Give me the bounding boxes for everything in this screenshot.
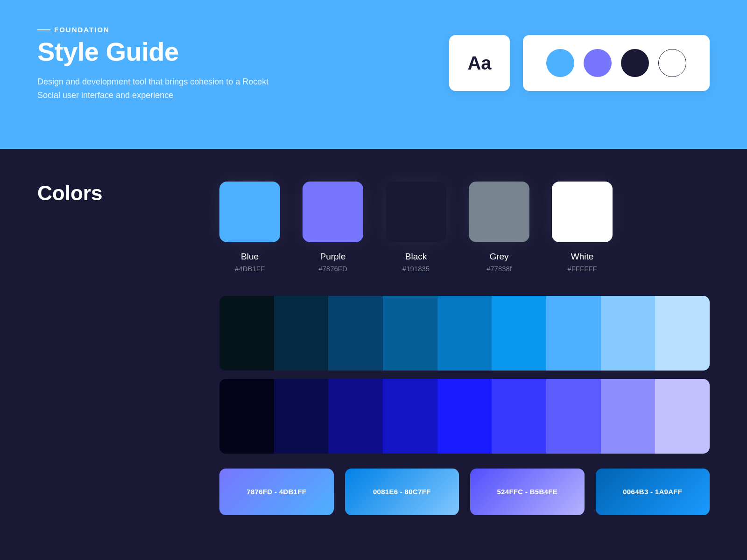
overline: FOUNDATION bbox=[37, 26, 271, 34]
overline-dash-icon bbox=[37, 29, 50, 30]
palette-dot bbox=[546, 49, 574, 77]
palette-dot bbox=[621, 49, 649, 77]
color-swatches: Blue#4DB1FFPurple#7876FDBlack#191835Grey… bbox=[219, 182, 710, 273]
color-ramp bbox=[219, 379, 710, 454]
swatch: White#FFFFFF bbox=[552, 182, 613, 273]
ramp-step bbox=[655, 379, 710, 454]
header-text: FOUNDATION Style Guide Design and develo… bbox=[37, 26, 271, 102]
header-cards: Aa bbox=[449, 35, 710, 91]
gradient-swatch: 0064B3 - 1A9AFF bbox=[596, 469, 710, 515]
overline-label: FOUNDATION bbox=[54, 26, 110, 34]
gradient-swatch: 0081E6 - 80C7FF bbox=[345, 469, 459, 515]
palette-dot bbox=[658, 49, 686, 77]
page-subtitle: Design and development tool that brings … bbox=[37, 75, 271, 102]
ramp-step bbox=[546, 379, 601, 454]
ramp-step bbox=[328, 379, 383, 454]
ramp-step bbox=[383, 296, 437, 371]
ramp-step bbox=[437, 296, 492, 371]
ramp-step bbox=[601, 296, 655, 371]
gradient-swatch: 7876FD - 4DB1FF bbox=[219, 469, 334, 515]
swatch-name: Black bbox=[386, 252, 446, 262]
ramp-step bbox=[437, 379, 492, 454]
swatch-hex: #7876FD bbox=[303, 265, 363, 273]
gradient-label: 0064B3 - 1A9AFF bbox=[623, 488, 682, 496]
swatch-name: Grey bbox=[469, 252, 529, 262]
swatch-name: Purple bbox=[303, 252, 363, 262]
gradient-swatch: 524FFC - B5B4FE bbox=[470, 469, 585, 515]
swatch-hex: #FFFFFF bbox=[552, 265, 613, 273]
colors-body: Blue#4DB1FFPurple#7876FDBlack#191835Grey… bbox=[219, 182, 710, 515]
swatch-hex: #77838f bbox=[469, 265, 529, 273]
swatch-name: Blue bbox=[219, 252, 280, 262]
color-gradients: 7876FD - 4DB1FF0081E6 - 80C7FF524FFC - B… bbox=[219, 469, 710, 515]
ramp-step bbox=[219, 379, 274, 454]
ramp-step bbox=[492, 379, 546, 454]
ramp-step bbox=[601, 379, 655, 454]
swatch: Blue#4DB1FF bbox=[219, 182, 280, 273]
ramp-step bbox=[219, 296, 274, 371]
section-title-colors: Colors bbox=[37, 182, 201, 515]
colors-section: Colors Blue#4DB1FFPurple#7876FDBlack#191… bbox=[0, 149, 747, 515]
swatch: Purple#7876FD bbox=[303, 182, 363, 273]
swatch-chip bbox=[303, 182, 363, 242]
color-ramps bbox=[219, 296, 710, 454]
ramp-step bbox=[492, 296, 546, 371]
gradient-label: 524FFC - B5B4FE bbox=[497, 488, 557, 496]
palette-card bbox=[523, 35, 710, 91]
ramp-step bbox=[546, 296, 601, 371]
ramp-step bbox=[328, 296, 383, 371]
swatch-chip bbox=[469, 182, 529, 242]
header: FOUNDATION Style Guide Design and develo… bbox=[0, 0, 747, 149]
page-title: Style Guide bbox=[37, 36, 271, 67]
color-ramp bbox=[219, 296, 710, 371]
ramp-step bbox=[274, 296, 329, 371]
ramp-step bbox=[274, 379, 329, 454]
typography-sample: Aa bbox=[467, 53, 491, 74]
gradient-label: 0081E6 - 80C7FF bbox=[373, 488, 431, 496]
swatch-chip bbox=[552, 182, 613, 242]
swatch: Black#191835 bbox=[386, 182, 446, 273]
swatch-hex: #191835 bbox=[386, 265, 446, 273]
swatch: Grey#77838f bbox=[469, 182, 529, 273]
swatch-chip bbox=[219, 182, 280, 242]
typography-card: Aa bbox=[449, 35, 510, 91]
palette-dot bbox=[584, 49, 612, 77]
ramp-step bbox=[655, 296, 710, 371]
gradient-label: 7876FD - 4DB1FF bbox=[247, 488, 306, 496]
swatch-hex: #4DB1FF bbox=[219, 265, 280, 273]
swatch-chip bbox=[386, 182, 446, 242]
swatch-name: White bbox=[552, 252, 613, 262]
ramp-step bbox=[383, 379, 437, 454]
